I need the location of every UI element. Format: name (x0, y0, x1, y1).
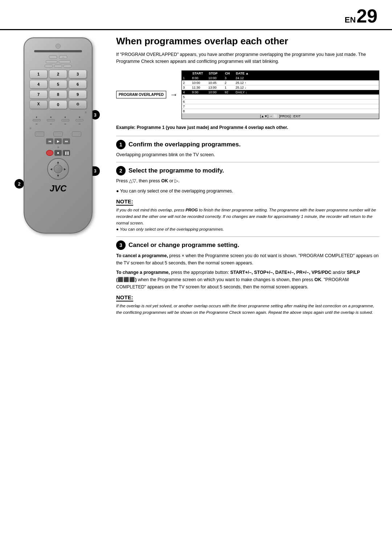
intro-text: If "PROGRAM OVERLAPPED" appears, you hav… (116, 51, 379, 65)
step-2-title: Select the programme to modify. (128, 167, 224, 174)
btn-8[interactable]: 8 (49, 90, 67, 99)
step-1-desc: Overlapping programmes blink on the TV s… (116, 151, 379, 158)
number-grid: 1 2 3 4 5 6 7 8 9 X 0 ⊙ (29, 70, 87, 109)
note-box-2: NOTE: If the overlap is not yet solved, … (116, 294, 379, 316)
remote-container: 3 2 3 2 ··· (18, 37, 98, 234)
page-number: 29 (356, 7, 377, 25)
btn-1[interactable]: 1 (29, 70, 48, 78)
arrow-right-icon: → (170, 90, 178, 100)
prog-row-5: 5 (182, 95, 379, 100)
note-1-text: If you do not mind this overlap, press P… (116, 207, 379, 226)
col-ch: CH (224, 71, 235, 76)
prog-table-header: START STOP CH DATE ▲ (182, 71, 379, 76)
jvc-logo: JVC (28, 183, 88, 194)
prog-row-2: 210:0010:45225.12 ↑ (182, 81, 379, 85)
program-overlapped-label: PROGRAM OVERLAPPED (116, 91, 166, 98)
btn-9[interactable]: 9 (69, 90, 87, 99)
btn-5[interactable]: 5 (49, 80, 67, 89)
prog-footer: [▲▼] → ⬜ [PROG] : EXIT (182, 114, 379, 119)
content-area: When programmes overlap each other If "P… (109, 30, 392, 327)
prog-row-1: 18:0010:00324.12 (182, 76, 379, 81)
note-2-text: If the overlap is not yet solved, or ano… (116, 303, 379, 316)
step-2-desc: Press △▽, then press OK or ▷. (116, 178, 379, 185)
page-title: When programmes overlap each other (116, 36, 379, 47)
nav-area: ▲ ▼ ◄ ► (29, 158, 87, 180)
prog-row-8: 8 (182, 109, 379, 114)
step-3-circle: 3 (116, 240, 126, 250)
step-1-title: Confirm the overlapping programmes. (128, 141, 241, 148)
btn-0[interactable]: 0 (49, 100, 67, 109)
step-2-heading: 2 Select the programme to modify. (116, 166, 379, 175)
divider-3 (116, 236, 379, 237)
step-badge-2: 2 (15, 179, 24, 189)
note-1-bullet: ● You can only select one of the overlap… (116, 226, 379, 233)
divider-1 (116, 136, 379, 136)
step-3-desc: To cancel a programme, press × when the … (116, 252, 379, 291)
page-body: 3 2 3 2 ··· (0, 30, 392, 327)
prog-row-4: 49:0010:0092DAILY ↓ (182, 90, 379, 95)
btn-x[interactable]: X (29, 100, 48, 109)
btn-4[interactable]: 4 (29, 80, 48, 89)
prog-row-6: 6 (182, 100, 379, 104)
prog-row-7: 7 (182, 104, 379, 109)
page-number-block: EN 29 (345, 7, 377, 25)
step-3-title: Cancel or change programme setting. (128, 242, 239, 249)
divider-2 (116, 162, 379, 162)
btn-3[interactable]: 3 (69, 70, 87, 78)
step-2-circle: 2 (116, 166, 126, 175)
overlap-screen-container: PROGRAM OVERLAPPED → START STOP CH DATE … (116, 70, 379, 119)
btn-7[interactable]: 7 (29, 90, 48, 99)
step-3-heading: 3 Cancel or change programme setting. (116, 240, 379, 250)
col-stop: STOP (208, 71, 224, 76)
program-table: START STOP CH DATE ▲ 18:0010:00324.12 21… (181, 70, 379, 119)
prog-row-3: 311:3013:00125.12 ↓ (182, 85, 379, 90)
example-text: Example: Programme 1 (you have just made… (116, 124, 379, 131)
col-start: START (192, 71, 208, 76)
note-box-1: NOTE: If you do not mind this overlap, p… (116, 198, 379, 233)
note-2-label: NOTE: (116, 294, 133, 301)
col-date: DATE ▲ (235, 71, 253, 76)
remote-area: 3 2 3 2 ··· (0, 30, 109, 327)
step-2-bullet: ● You can only select one of the overlap… (116, 188, 379, 195)
step-1-circle: 1 (116, 140, 126, 149)
step-1-heading: 1 Confirm the overlapping programmes. (116, 140, 379, 149)
nav-circle[interactable]: ▲ ▼ ◄ ► (47, 158, 69, 180)
remote-body: ··· 1 2 3 4 5 6 (24, 37, 93, 234)
btn-2[interactable]: 2 (49, 70, 67, 78)
btn-power[interactable]: ⊙ (69, 100, 87, 109)
btn-6[interactable]: 6 (69, 80, 87, 89)
en-label: EN (345, 15, 356, 25)
note-1-label: NOTE: (116, 198, 133, 206)
page-header: EN 29 (0, 0, 392, 30)
